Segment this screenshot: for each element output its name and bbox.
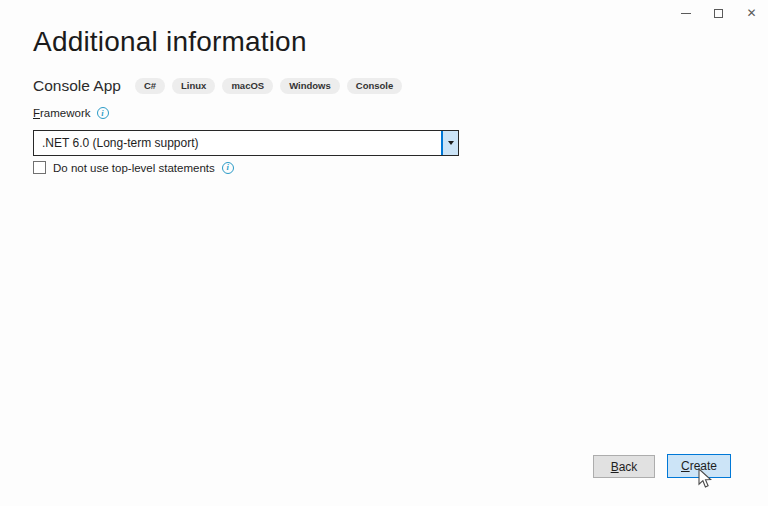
back-button[interactable]: Back (593, 455, 655, 478)
maximize-icon (714, 9, 723, 18)
project-type-name: Console App (33, 77, 121, 95)
framework-dropdown-arrow-button[interactable] (441, 131, 458, 155)
create-button[interactable]: Create (667, 454, 731, 478)
framework-label-row: Framework i (33, 107, 109, 119)
tag-csharp: C# (135, 78, 165, 94)
minimize-icon (681, 13, 691, 14)
back-button-label: Back (611, 460, 638, 474)
additional-information-dialog: { "window": { "icons": { "close_glyph": … (0, 0, 768, 506)
framework-dropdown[interactable]: .NET 6.0 (Long-term support) (33, 130, 459, 156)
project-tag-list: C# Linux macOS Windows Console (135, 78, 402, 94)
chevron-down-icon (448, 141, 454, 145)
tag-macos: macOS (222, 78, 273, 94)
framework-info-icon[interactable]: i (97, 107, 109, 119)
tag-windows: Windows (280, 78, 340, 94)
top-level-statements-checkbox[interactable] (33, 161, 46, 174)
close-button[interactable]: ✕ (735, 0, 768, 26)
framework-label: Framework (33, 107, 91, 119)
tag-console: Console (347, 78, 402, 94)
project-row: Console App C# Linux macOS Windows Conso… (33, 77, 402, 95)
tag-linux: Linux (172, 78, 215, 94)
top-level-statements-info-icon[interactable]: i (222, 162, 234, 174)
minimize-button[interactable] (669, 0, 702, 26)
create-button-label: Create (681, 459, 717, 473)
page-title: Additional information (33, 26, 307, 58)
maximize-button[interactable] (702, 0, 735, 26)
window-controls: ✕ (669, 0, 768, 26)
top-level-statements-label: Do not use top-level statements (53, 162, 215, 174)
framework-dropdown-value: .NET 6.0 (Long-term support) (42, 131, 436, 155)
close-icon: ✕ (746, 7, 756, 19)
top-level-statements-row: Do not use top-level statements i (33, 161, 234, 174)
